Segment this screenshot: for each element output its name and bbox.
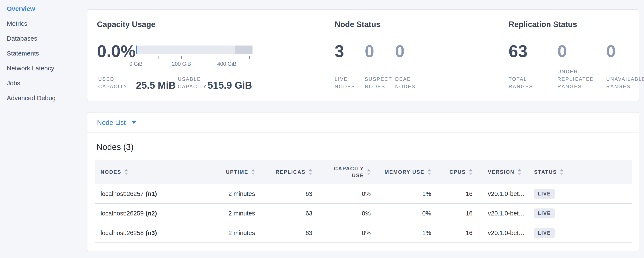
label-line: NODES bbox=[365, 83, 392, 90]
usable-capacity-value: 515.9 GiB bbox=[208, 79, 252, 91]
column-label: STATUS bbox=[534, 169, 557, 175]
node-address-cell[interactable]: localhost:26257(n1) bbox=[95, 184, 210, 204]
used-capacity-value: 25.5 MiB bbox=[136, 79, 176, 91]
table-row[interactable]: localhost:26257(n1) 2 minutes 63 0% 1% 1… bbox=[95, 184, 632, 204]
usable-capacity-label-line: USABLE bbox=[178, 75, 207, 83]
column-label: CAPACITY USE bbox=[330, 165, 364, 179]
column-header-version[interactable]: VERSION bbox=[479, 160, 530, 184]
sidebar-item-jobs[interactable]: Jobs bbox=[0, 76, 87, 91]
sidebar-item-databases[interactable]: Databases bbox=[0, 31, 87, 46]
column-label: REPLICAS bbox=[276, 169, 306, 175]
used-capacity-label-line: CAPACITY bbox=[98, 83, 127, 90]
sort-icon[interactable] bbox=[367, 169, 371, 175]
capacity-axis-label: 400 GiB bbox=[217, 61, 236, 67]
node-id: (n3) bbox=[146, 229, 157, 236]
capacity-used-percent: 0.0% bbox=[97, 42, 136, 61]
sidebar-item-statements[interactable]: Statements bbox=[0, 46, 87, 61]
chevron-down-icon bbox=[132, 121, 136, 124]
replication-status-title: Replication Status bbox=[508, 20, 577, 29]
node-list-card: Node List Nodes (3) NODES UPTIME bbox=[87, 112, 639, 251]
label-line: DEAD bbox=[395, 75, 416, 83]
column-header-nodes[interactable]: NODES bbox=[95, 160, 210, 184]
table-row[interactable]: localhost:26258(n3) 2 minutes 63 0% 1% 1… bbox=[95, 223, 632, 243]
capacity-axis-ticks bbox=[136, 56, 250, 59]
label-line: RANGES bbox=[508, 83, 533, 90]
suspect-nodes-count: 0 bbox=[365, 42, 374, 61]
cpus-cell: 16 bbox=[438, 223, 479, 243]
node-address-cell[interactable]: localhost:26259(n2) bbox=[95, 204, 210, 223]
label-line: SUSPECT bbox=[365, 75, 392, 83]
sort-icon[interactable] bbox=[124, 169, 128, 175]
label-line: NODES bbox=[395, 83, 416, 90]
sort-icon[interactable] bbox=[560, 169, 564, 175]
capacity-usage-title: Capacity Usage bbox=[97, 20, 156, 29]
column-header-status[interactable]: STATUS bbox=[530, 160, 632, 184]
sort-icon[interactable] bbox=[518, 169, 521, 175]
status-cell: LIVE bbox=[530, 204, 632, 223]
overview-page: Overview Metrics Databases Statements Ne… bbox=[0, 0, 644, 258]
table-row[interactable]: localhost:26259(n2) 2 minutes 63 0% 0% 1… bbox=[95, 204, 632, 223]
dead-nodes-label: DEAD NODES bbox=[395, 75, 416, 90]
under-replicated-ranges-count: 0 bbox=[558, 42, 567, 61]
view-selector-label: Node List bbox=[97, 119, 126, 126]
status-cell: LIVE bbox=[530, 184, 632, 204]
column-header-memory-use[interactable]: MEMORY USE bbox=[377, 160, 438, 184]
sort-icon[interactable] bbox=[251, 169, 255, 175]
live-nodes-label: LIVE NODES bbox=[335, 75, 355, 90]
usable-capacity-label: USABLE CAPACITY bbox=[178, 75, 207, 90]
column-label: CPUS bbox=[450, 169, 466, 175]
uptime-cell: 2 minutes bbox=[210, 204, 262, 223]
status-badge: LIVE bbox=[534, 208, 555, 218]
total-ranges-count: 63 bbox=[508, 42, 528, 61]
used-capacity-label-line: USED bbox=[98, 75, 127, 83]
memory-use-cell: 1% bbox=[377, 184, 438, 204]
nodes-table: NODES UPTIME REPLICAS CAPACITY USE bbox=[95, 160, 632, 243]
status-badge: LIVE bbox=[534, 228, 555, 238]
sort-icon[interactable] bbox=[308, 169, 312, 175]
capacity-axis-label: 200 GiB bbox=[172, 61, 191, 67]
sidebar-item-overview[interactable]: Overview bbox=[0, 1, 87, 16]
table-header-row: NODES UPTIME REPLICAS CAPACITY USE bbox=[95, 160, 632, 184]
uptime-cell: 2 minutes bbox=[210, 184, 262, 204]
column-label: MEMORY USE bbox=[384, 169, 424, 175]
node-address: localhost:26259 bbox=[100, 210, 144, 217]
version-cell: v20.1.0-bet… bbox=[479, 204, 530, 223]
column-header-uptime[interactable]: UPTIME bbox=[210, 160, 262, 184]
suspect-nodes-label: SUSPECT NODES bbox=[365, 75, 392, 90]
cpus-cell: 16 bbox=[438, 204, 479, 223]
label-line: REPLICATED bbox=[558, 75, 594, 83]
sidebar: Overview Metrics Databases Statements Ne… bbox=[0, 0, 87, 258]
column-label: UPTIME bbox=[226, 169, 248, 175]
label-line: NODES bbox=[335, 83, 355, 90]
sidebar-item-metrics[interactable]: Metrics bbox=[0, 16, 87, 31]
unavailable-ranges-label: UNAVAILABLE RANGES bbox=[606, 75, 644, 90]
column-header-replicas[interactable]: REPLICAS bbox=[262, 160, 319, 184]
unavailable-ranges-count: 0 bbox=[606, 42, 616, 61]
view-selector-dropdown[interactable]: Node List bbox=[88, 112, 639, 133]
sidebar-item-network-latency[interactable]: Network Latency bbox=[0, 61, 87, 76]
sort-icon[interactable] bbox=[427, 169, 431, 175]
column-header-capacity-use[interactable]: CAPACITY USE bbox=[319, 160, 377, 184]
capacity-axis-label: 0 GiB bbox=[130, 61, 143, 67]
status-badge: LIVE bbox=[534, 189, 555, 199]
label-line: RANGES bbox=[558, 83, 594, 90]
cluster-summary-card: Capacity Usage 0.0% 0 GiB 200 GiB 400 Gi… bbox=[87, 9, 639, 101]
column-header-cpus[interactable]: CPUS bbox=[438, 160, 479, 184]
memory-use-cell: 0% bbox=[377, 204, 438, 223]
nodes-table-title: Nodes (3) bbox=[96, 142, 639, 152]
live-nodes-count: 3 bbox=[335, 42, 344, 61]
memory-use-cell: 1% bbox=[377, 223, 438, 243]
column-label: VERSION bbox=[488, 169, 514, 175]
label-line: UNDER- bbox=[558, 68, 594, 75]
replicas-cell: 63 bbox=[262, 223, 319, 243]
label-line: RANGES bbox=[606, 83, 644, 90]
capacity-use-cell: 0% bbox=[319, 184, 377, 204]
node-address-cell[interactable]: localhost:26258(n3) bbox=[95, 223, 210, 243]
capacity-use-cell: 0% bbox=[319, 223, 377, 243]
dead-nodes-count: 0 bbox=[395, 42, 405, 61]
label-line: UNAVAILABLE bbox=[606, 75, 644, 83]
sidebar-item-advanced-debug[interactable]: Advanced Debug bbox=[0, 91, 87, 105]
under-replicated-ranges-label: UNDER- REPLICATED RANGES bbox=[558, 68, 594, 90]
status-cell: LIVE bbox=[530, 223, 632, 243]
sort-icon[interactable] bbox=[469, 169, 472, 175]
